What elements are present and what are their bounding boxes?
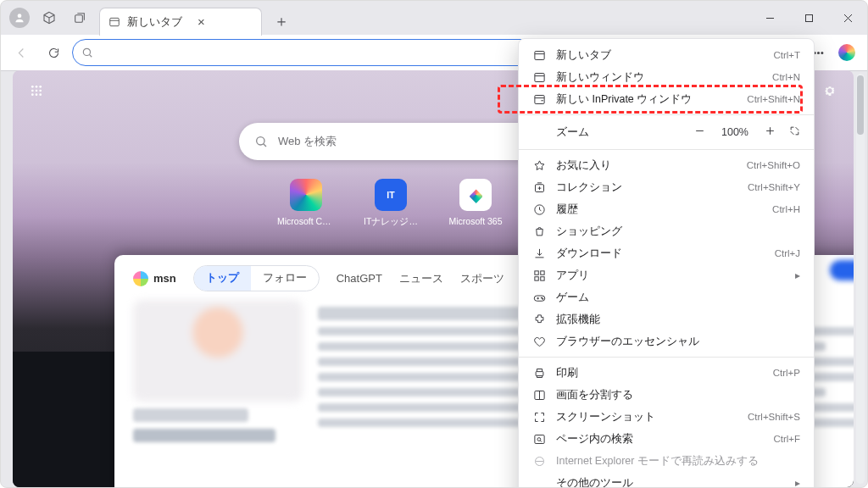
msn-butterfly-icon: [133, 271, 148, 286]
menu-shopping[interactable]: ショッピング: [519, 220, 814, 242]
games-icon: [532, 291, 546, 304]
download-icon: [532, 247, 546, 260]
svg-rect-18: [534, 51, 543, 59]
minimize-button[interactable]: [750, 1, 789, 35]
menu-screenshot[interactable]: スクリーンショット Ctrl+Shift+S: [519, 406, 814, 428]
it-tile-icon: IT: [375, 179, 407, 211]
menu-print[interactable]: 印刷 Ctrl+P: [519, 362, 814, 384]
shopping-icon: [532, 225, 546, 238]
window-controls: [750, 1, 867, 35]
svg-point-10: [39, 86, 42, 88]
msn-logo[interactable]: msn: [133, 271, 176, 286]
svg-rect-25: [534, 276, 537, 280]
menu-apps[interactable]: アプリ ▸: [519, 264, 814, 286]
history-icon: [532, 202, 546, 216]
extensions-icon: [532, 313, 546, 326]
svg-rect-20: [534, 95, 543, 103]
back-button[interactable]: [8, 39, 35, 66]
feed-tab-top[interactable]: トップ: [194, 266, 251, 291]
menu-essentials[interactable]: ブラウザーのエッセンシャル: [519, 330, 814, 352]
copilot-tile-icon: [290, 179, 322, 211]
tab-actions-button[interactable]: [69, 7, 91, 29]
titlebar: 新しいタブ × ＋: [1, 1, 867, 35]
refresh-button[interactable]: [40, 39, 67, 66]
quick-link[interactable]: Microsoft Co…: [277, 179, 335, 230]
menu-collections[interactable]: コレクション Ctrl+Shift+Y: [519, 176, 814, 198]
svg-point-12: [36, 90, 38, 92]
menu-new-inprivate[interactable]: 新しい InPrivate ウィンドウ Ctrl+Shift+N: [519, 88, 814, 110]
feed-tab-follow[interactable]: フォロー: [251, 266, 319, 291]
tabs-icon: [73, 11, 86, 25]
maximize-button[interactable]: [789, 1, 828, 35]
svg-rect-3: [805, 14, 812, 21]
screenshot-icon: [532, 410, 546, 424]
menu-find[interactable]: ページ内の検索 Ctrl+F: [519, 428, 814, 450]
menu-separator: [519, 149, 814, 150]
zoom-percent: 100%: [719, 126, 751, 138]
svg-rect-30: [536, 371, 543, 375]
svg-point-16: [39, 93, 42, 96]
menu-favorites[interactable]: お気に入り Ctrl+Shift+O: [519, 154, 814, 176]
copilot-button[interactable]: [833, 39, 860, 66]
menu-games[interactable]: ゲーム: [519, 286, 814, 308]
inprivate-icon: [532, 92, 546, 106]
newtab-icon: [532, 48, 546, 62]
svg-rect-26: [540, 276, 543, 280]
tab-close-button[interactable]: ×: [198, 14, 205, 29]
quick-link[interactable]: ITITナレッジ…: [362, 179, 420, 230]
search-placeholder: Web を検索: [278, 134, 337, 149]
copilot-icon: [838, 44, 855, 61]
svg-point-33: [537, 437, 541, 441]
menu-extensions[interactable]: 拡張機能: [519, 308, 814, 330]
menu-new-window[interactable]: 新しいウィンドウ Ctrl+N: [519, 66, 814, 88]
svg-point-7: [821, 52, 822, 53]
profile-button[interactable]: [9, 8, 30, 28]
scrollbar[interactable]: [856, 74, 865, 484]
workspaces-button[interactable]: [38, 7, 60, 29]
scrollbar-thumb[interactable]: [857, 75, 864, 135]
svg-rect-23: [534, 270, 537, 274]
menu-separator: [519, 114, 814, 115]
svg-point-29: [542, 298, 542, 299]
print-icon: [532, 366, 546, 380]
quick-link[interactable]: ◆Microsoft 365: [447, 179, 504, 230]
card-thumbnail: [133, 300, 303, 402]
feed-tab[interactable]: スポーツ: [460, 271, 504, 286]
browser-tab[interactable]: 新しいタブ ×: [99, 8, 262, 36]
grid-icon: [30, 84, 43, 97]
svg-point-4: [83, 48, 90, 55]
menu-downloads[interactable]: ダウンロード Ctrl+J: [519, 242, 814, 264]
svg-point-11: [31, 90, 34, 92]
svg-point-14: [31, 93, 34, 96]
svg-rect-32: [534, 435, 543, 443]
feed-tab[interactable]: ChatGPT: [337, 272, 382, 285]
person-icon: [14, 12, 25, 24]
gear-icon: [823, 84, 837, 97]
svg-point-13: [39, 90, 42, 92]
menu-new-tab[interactable]: 新しいタブ Ctrl+T: [519, 44, 814, 66]
svg-point-0: [18, 14, 22, 18]
menu-more-tools[interactable]: その他のツール ▸: [519, 472, 814, 488]
menu-zoom: ズーム 100%: [519, 119, 814, 145]
svg-point-6: [817, 52, 819, 53]
zoom-in-button[interactable]: [765, 125, 776, 139]
cube-icon: [42, 11, 56, 25]
new-tab-button[interactable]: ＋: [274, 11, 289, 31]
fullscreen-button[interactable]: [789, 125, 800, 139]
heart-pulse-icon: [532, 335, 546, 348]
feed-tab[interactable]: ニュース: [399, 271, 443, 286]
menu-history[interactable]: 履歴 Ctrl+H: [519, 198, 814, 220]
feed-toggle: トップ フォロー: [193, 265, 320, 291]
tab-title: 新しいタブ: [127, 14, 182, 30]
page-settings-button[interactable]: [818, 79, 842, 103]
svg-rect-1: [75, 15, 83, 23]
menu-split-screen[interactable]: 画面を分割する: [519, 384, 814, 406]
search-icon: [81, 47, 93, 58]
zoom-out-button[interactable]: [694, 125, 705, 139]
m365-tile-icon: ◆: [459, 179, 492, 211]
collections-icon: [532, 180, 546, 194]
chevron-right-icon: ▸: [795, 477, 800, 488]
feed-card[interactable]: [133, 300, 303, 449]
close-window-button[interactable]: [828, 1, 867, 35]
app-launcher-button[interactable]: [25, 79, 48, 103]
